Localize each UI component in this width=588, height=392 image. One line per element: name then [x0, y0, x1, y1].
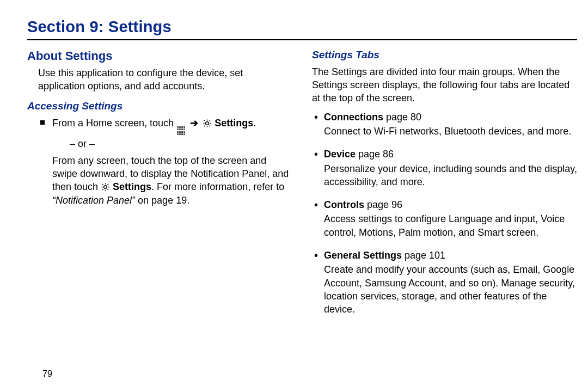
tab-title: General Settings: [324, 250, 402, 261]
tabs-list: Connections page 80 Connect to Wi-Fi net…: [312, 111, 577, 316]
right-column: Settings Tabs The Settings are divided i…: [312, 48, 577, 326]
two-column-layout: About Settings Use this application to c…: [27, 48, 577, 326]
tab-item-connections: Connections page 80 Connect to Wi-Fi net…: [312, 111, 577, 138]
tab-desc: Access settings to configure Language an…: [324, 212, 577, 239]
tab-desc: Connect to Wi-Fi networks, Bluetooth dev…: [324, 125, 577, 138]
about-settings-text: Use this application to configure the de…: [27, 66, 292, 93]
accessing-settings-heading: Accessing Settings: [27, 99, 292, 113]
square-bullet-icon: [40, 120, 45, 125]
gear-icon: [101, 182, 110, 192]
step-from-home: From a Home screen, touch ➔ Settin: [27, 117, 292, 207]
page-number: 79: [42, 368, 52, 380]
tab-title: Connections: [324, 112, 383, 122]
notification-panel-ref: “Notification Panel”: [52, 195, 135, 206]
tab-item-device: Device page 86 Personalize your device, …: [312, 148, 577, 188]
tab-page: page 80: [383, 112, 421, 122]
alt-settings-label: Settings: [113, 181, 151, 192]
tab-item-controls: Controls page 96 Access settings to conf…: [312, 198, 577, 239]
tab-title: Controls: [324, 199, 364, 210]
gear-icon: [203, 119, 212, 128]
step-lead: From a Home screen, touch: [52, 118, 174, 128]
left-column: About Settings Use this application to c…: [27, 48, 292, 326]
tab-desc: Personalize your device, including sound…: [324, 162, 577, 189]
tab-page: page 101: [402, 250, 445, 261]
divider: [27, 39, 577, 40]
step-period: .: [253, 118, 256, 128]
section-title: Section 9: Settings: [27, 16, 577, 38]
tab-title: Device: [324, 149, 356, 160]
alt-ref-rest: on page 19.: [135, 195, 189, 206]
tab-page: page 96: [364, 199, 402, 210]
alt-step-text: From any screen, touch the top of the sc…: [52, 154, 292, 207]
about-settings-heading: About Settings: [27, 48, 292, 64]
or-separator: – or –: [70, 137, 292, 150]
step-text: From a Home screen, touch ➔ Settin: [52, 117, 292, 207]
settings-tabs-intro: The Settings are divided into four main …: [312, 65, 577, 105]
apps-grid-icon: [176, 126, 186, 135]
arrow-right-icon: ➔: [190, 118, 198, 128]
tab-item-general: General Settings page 101 Create and mod…: [312, 249, 577, 316]
tab-page: page 86: [356, 149, 394, 160]
tab-desc: Create and modify your accounts (such as…: [324, 263, 577, 316]
alt-mid: . For more information, refer to: [151, 181, 284, 192]
settings-tabs-heading: Settings Tabs: [312, 48, 577, 62]
step-settings-label: Settings: [215, 118, 253, 128]
